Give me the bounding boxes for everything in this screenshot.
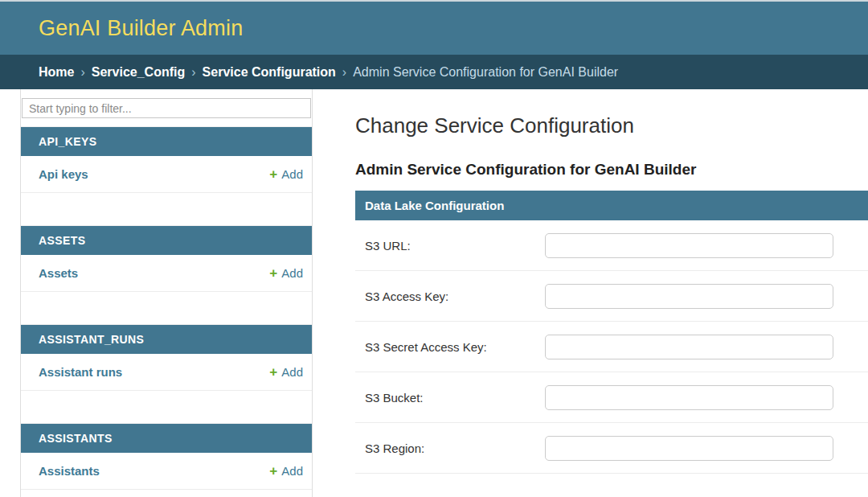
sidebar-item-assets[interactable]: Assets	[39, 265, 78, 281]
s3-bucket-label: S3 Bucket:	[365, 391, 545, 405]
sidebar-module-api-keys: API_KEYS Api keys + Add	[21, 126, 312, 193]
add-label: Add	[281, 364, 303, 380]
form-row-s3-url: S3 URL:	[355, 220, 868, 271]
sidebar-row-assistant-runs: Assistant runs + Add	[21, 354, 312, 391]
form-row-s3-secret-access-key: S3 Secret Access Key:	[355, 322, 868, 372]
app-header: GenAI Builder Admin	[0, 2, 868, 55]
add-label: Add	[281, 265, 303, 281]
add-icon: +	[269, 167, 277, 181]
sidebar-section-title: ASSETS	[21, 226, 312, 255]
add-icon: +	[269, 365, 277, 379]
nav-sidebar: API_KEYS Api keys + Add ASSETS Assets + …	[20, 89, 313, 497]
sidebar-row-api-keys: Api keys + Add	[21, 156, 312, 193]
s3-url-field[interactable]	[545, 233, 833, 258]
form-row-s3-bucket: S3 Bucket:	[355, 372, 868, 423]
breadcrumb-model-link[interactable]: Service Configuration	[203, 65, 336, 80]
sidebar-section-title: ASSISTANTS	[21, 424, 312, 453]
breadcrumb-app-link[interactable]: Service_Config	[92, 65, 185, 80]
s3-secret-access-key-label: S3 Secret Access Key:	[365, 340, 545, 354]
form-title: Admin Service Configuration for GenAI Bu…	[355, 160, 868, 179]
add-asset-button[interactable]: + Add	[269, 265, 303, 281]
breadcrumb-current: Admin Service Configuration for GenAI Bu…	[353, 65, 618, 80]
sidebar-module-assistants: ASSISTANTS Assistants + Add	[21, 423, 312, 490]
main-content: Change Service Configuration Admin Servi…	[313, 89, 868, 497]
sidebar-row-assets: Assets + Add	[21, 255, 312, 292]
add-label: Add	[281, 462, 303, 479]
sidebar-module-assistant-runs: ASSISTANT_RUNS Assistant runs + Add	[21, 324, 312, 391]
add-icon: +	[269, 464, 277, 478]
fieldset-title-data-lake-configuration: Data Lake Configuration	[355, 191, 868, 220]
sidebar-section-title: API_KEYS	[21, 127, 312, 156]
sidebar-item-assistant-runs[interactable]: Assistant runs	[39, 364, 122, 380]
s3-url-label: S3 URL:	[365, 239, 545, 253]
add-assistant-run-button[interactable]: + Add	[269, 364, 303, 380]
breadcrumb-separator: ›	[80, 65, 84, 80]
s3-secret-access-key-field[interactable]	[545, 335, 833, 359]
breadcrumb-home-link[interactable]: Home	[39, 65, 74, 80]
breadcrumb-separator: ›	[342, 65, 346, 80]
breadcrumb-separator: ›	[191, 65, 195, 80]
sidebar-item-assistants[interactable]: Assistants	[39, 462, 100, 479]
form-row-s3-region: S3 Region:	[355, 423, 868, 474]
s3-bucket-field[interactable]	[545, 385, 833, 410]
s3-access-key-label: S3 Access Key:	[365, 290, 545, 303]
breadcrumb: Home › Service_Config › Service Configur…	[0, 55, 868, 89]
add-icon: +	[269, 266, 277, 280]
sidebar-section-title: ASSISTANT_RUNS	[21, 325, 312, 354]
content-area: API_KEYS Api keys + Add ASSETS Assets + …	[0, 89, 868, 497]
form-row-s3-access-key: S3 Access Key:	[355, 271, 868, 322]
s3-access-key-field[interactable]	[545, 284, 833, 309]
site-title-link[interactable]: GenAI Builder Admin	[39, 16, 243, 41]
s3-region-field[interactable]	[545, 436, 833, 461]
sidebar-item-api-keys[interactable]: Api keys	[39, 166, 88, 183]
add-api-key-button[interactable]: + Add	[269, 166, 303, 183]
add-label: Add	[281, 166, 303, 183]
page-title: Change Service Configuration	[355, 113, 868, 138]
sidebar-module-assets: ASSETS Assets + Add	[21, 225, 312, 292]
sidebar-row-assistants: Assistants + Add	[21, 453, 312, 490]
sidebar-filter-input[interactable]	[22, 98, 311, 118]
s3-region-label: S3 Region:	[365, 442, 545, 455]
add-assistant-button[interactable]: + Add	[269, 462, 303, 479]
